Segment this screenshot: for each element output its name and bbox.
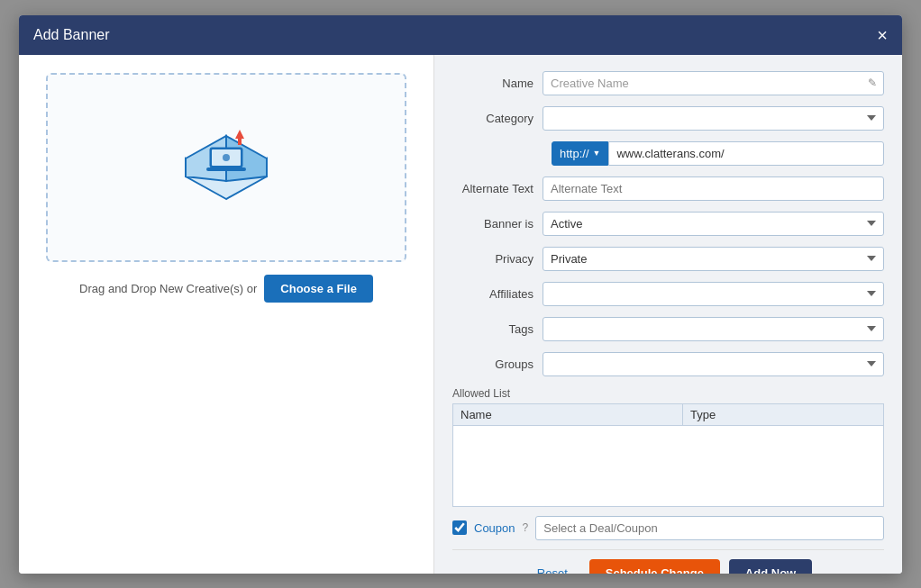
- name-row: Name ✎: [452, 71, 884, 95]
- allowed-list-empty-cell: [453, 425, 884, 506]
- tags-row: Tags: [452, 317, 884, 341]
- name-field-wrapper: ✎: [543, 71, 884, 95]
- allowed-list-col-name: Name: [453, 403, 683, 425]
- privacy-label: Privacy: [452, 252, 543, 266]
- tags-select[interactable]: [543, 317, 884, 341]
- schedule-change-button[interactable]: Schedule Change: [589, 559, 720, 574]
- url-protocol-selector[interactable]: http:// ▼: [552, 141, 608, 166]
- modal-body: Drag and Drop New Creative(s) or Choose …: [19, 55, 902, 574]
- privacy-row: Privacy Private Public: [452, 247, 884, 271]
- name-input[interactable]: [543, 71, 884, 95]
- coupon-row: Coupon ?: [452, 516, 884, 540]
- allowed-list-header-row: Name Type: [453, 403, 884, 425]
- allowed-list-empty-row: [453, 425, 884, 506]
- alt-text-row: Alternate Text: [452, 176, 884, 201]
- modal-header: Add Banner ×: [19, 15, 902, 55]
- url-row: http:// ▼: [552, 141, 884, 166]
- url-input[interactable]: [608, 141, 884, 166]
- modal-close-button[interactable]: ×: [877, 26, 888, 44]
- url-protocol-label: http://: [560, 147, 589, 160]
- svg-point-6: [223, 154, 230, 161]
- groups-select[interactable]: [543, 352, 884, 376]
- coupon-input[interactable]: [535, 516, 884, 540]
- coupon-help-icon[interactable]: ?: [523, 521, 529, 534]
- add-now-button[interactable]: Add Now: [729, 559, 812, 574]
- category-row: Category: [452, 106, 884, 131]
- edit-icon: ✎: [868, 77, 877, 89]
- alt-text-label: Alternate Text: [452, 182, 543, 195]
- drop-zone-text: Drag and Drop New Creative(s) or Choose …: [79, 275, 373, 303]
- allowed-list-label: Allowed List: [452, 387, 884, 400]
- modal: Add Banner ×: [19, 15, 902, 574]
- affiliates-row: Affiliates: [452, 282, 884, 306]
- affiliates-label: Affiliates: [452, 287, 543, 301]
- category-label: Category: [452, 112, 543, 125]
- category-select[interactable]: [543, 106, 884, 131]
- groups-label: Groups: [452, 357, 543, 371]
- banner-is-select[interactable]: Active Inactive: [543, 212, 884, 236]
- groups-row: Groups: [452, 352, 884, 376]
- affiliates-select[interactable]: [543, 282, 884, 306]
- banner-is-row: Banner is Active Inactive: [452, 212, 884, 236]
- coupon-checkbox[interactable]: [452, 520, 467, 535]
- name-label: Name: [452, 77, 543, 90]
- tags-label: Tags: [452, 322, 543, 336]
- url-protocol-arrow-icon: ▼: [593, 149, 601, 158]
- url-input-group: http:// ▼: [552, 141, 884, 166]
- allowed-list-col-type: Type: [683, 403, 884, 425]
- banner-is-label: Banner is: [452, 217, 543, 231]
- drop-zone[interactable]: [46, 73, 406, 262]
- svg-rect-5: [206, 167, 246, 171]
- right-panel: Name ✎ Category: [433, 55, 902, 574]
- left-panel: Drag and Drop New Creative(s) or Choose …: [19, 55, 433, 574]
- privacy-select[interactable]: Private Public: [543, 247, 884, 271]
- choose-file-button[interactable]: Choose a File: [264, 275, 373, 303]
- modal-overlay: Add Banner ×: [0, 0, 921, 588]
- form-footer: Reset Schedule Change Add Now: [452, 549, 884, 574]
- alt-text-input[interactable]: [543, 176, 884, 201]
- modal-title: Add Banner: [33, 27, 110, 43]
- reset-button[interactable]: Reset: [524, 559, 580, 574]
- coupon-label: Coupon: [474, 521, 515, 535]
- allowed-list-body: [453, 425, 884, 506]
- allowed-list-table: Name Type: [452, 403, 884, 507]
- upload-icon: [172, 113, 280, 222]
- allowed-list-section: Allowed List Name Type: [452, 387, 884, 507]
